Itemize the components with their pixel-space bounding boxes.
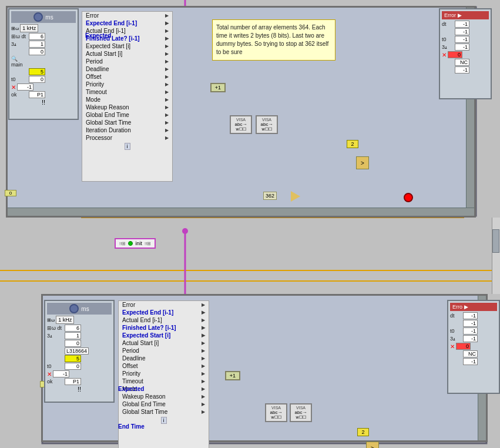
top-menu-item[interactable]: Expected Start [i]▶ [82, 42, 172, 50]
bottom-menu-item[interactable]: Expected End [i-1]▶ [119, 309, 209, 316]
bottom-menu-item[interactable]: Expected Start [i]▶ [119, 332, 209, 339]
bottom-menu-item[interactable]: Priority▶ [119, 370, 209, 377]
timer-icon-bottom [69, 304, 79, 313]
top-menu-item[interactable]: Actual Start [i]▶ [82, 50, 172, 58]
top-menu-item[interactable]: Processor▶ [82, 134, 172, 142]
stop-button-top[interactable] [404, 193, 413, 202]
bottom-error-panel: Erro ▶ dt-1 -1 t0-1 3₄-1 ✕0 NC -1 [447, 300, 500, 394]
init-dot [128, 241, 133, 246]
top-menu-item[interactable]: Deadline▶ [82, 65, 172, 73]
loop-scroll-bottom-top[interactable] [8, 208, 474, 216]
bottom-timer-title: ms [47, 303, 112, 315]
zero-left-top: 0 [5, 190, 16, 196]
top-timer-panel: ms ⊞ω 1 kHz ⊞ω dt6 3₄1 0 🔍 main 5 t00 ✕-… [8, 8, 79, 120]
top-menu-item[interactable]: Error▶ [82, 12, 172, 19]
timer-icon-top [33, 12, 43, 22]
top-error-panel: Error ▶ dt-1 -1 t0-1 3₄-1 ✕0 NC -1 [439, 8, 492, 99]
bottom-menu-item[interactable]: Deadline▶ [119, 355, 209, 362]
addend-node-bottom[interactable]: +1 [225, 371, 240, 380]
top-timer-title: ms [11, 11, 76, 23]
visa-node-bottom-1[interactable]: VISA abc→ w☐☐ [265, 403, 287, 422]
num-block-2-bottom: 2 [357, 428, 369, 436]
addend-node-top[interactable]: +1 [210, 83, 226, 92]
top-menu-item[interactable]: Period▶ [82, 58, 172, 65]
expected-label-bottom: Expected [118, 386, 144, 392]
top-menu-index: i [125, 143, 130, 150]
bottom-menu-index: i [161, 417, 167, 424]
init-node[interactable]: !!⊞ init !!⊞ [115, 238, 156, 249]
top-menu-item[interactable]: Global Start Time▶ [82, 119, 172, 126]
num-block-2-top: 2 [347, 140, 358, 148]
bottom-menu-item[interactable]: Period▶ [119, 347, 209, 355]
expected-label-top: Expected [85, 32, 111, 39]
end-time-label: End Time [118, 423, 145, 430]
top-menu-item[interactable]: Wakeup Reason▶ [82, 103, 172, 111]
scroll-thumb[interactable] [492, 229, 499, 253]
visa-node-top-1[interactable]: VISA abc→ w☐☐ [230, 115, 252, 134]
timer-freq-row-top: ⊞ω 1 kHz [11, 24, 76, 32]
right-scroll-mid[interactable] [492, 218, 500, 294]
bottom-error-title: Erro ▶ [450, 303, 497, 311]
bottom-menu-item[interactable]: Timeout▶ [119, 377, 209, 385]
arrow-node-top [291, 191, 300, 202]
bottom-menu-item[interactable]: Offset▶ [119, 362, 209, 370]
bottom-menu-list: Error▶Expected End [i-1]▶Actual End [i-1… [119, 301, 209, 416]
top-menu-item[interactable]: Mode▶ [82, 96, 172, 103]
top-menu-item[interactable]: Timeout▶ [82, 88, 172, 96]
comparator-node-top[interactable]: > [356, 156, 369, 169]
bottom-menu-item[interactable]: Error▶ [119, 301, 209, 309]
bottom-menu-item[interactable]: Finished Late? [i-1]▶ [119, 324, 209, 332]
init-label: init [135, 240, 142, 246]
bottom-menu-item[interactable]: Global Start Time▶ [119, 408, 209, 416]
top-menu-item[interactable]: Priority▶ [82, 81, 172, 88]
top-menu-item[interactable]: Iteration Duration▶ [82, 126, 172, 134]
top-menu-item[interactable]: Expected End [i-1]▶ [82, 19, 172, 27]
bottom-timer-panel: ms ⊞ω 1 kHz ⊞ω dt6 3₄1 0 L318664 5 t00 ✕… [44, 300, 115, 403]
tooltip-text: Total number of array elements 364. Each… [216, 24, 328, 55]
top-error-title: Error ▶ [442, 11, 489, 19]
bottom-menu-item[interactable]: Wakeup Reason▶ [119, 393, 209, 400]
visa-node-bottom-2[interactable]: VISA abc→ w☐☐ [290, 403, 312, 422]
visa-node-top-2[interactable]: VISA abc→ w☐☐ [256, 115, 278, 134]
tooltip-box: Total number of array elements 364. Each… [212, 19, 335, 61]
bottom-menu-item[interactable]: Actual Start [i]▶ [119, 339, 209, 347]
top-menu-list: Error▶Expected End [i-1]▶Actual End [i-1… [82, 12, 172, 142]
bottom-menu-item[interactable]: Actual End [i-1]▶ [119, 316, 209, 324]
comparator-node-bottom[interactable]: > [366, 442, 379, 448]
top-menu-item[interactable]: Offset▶ [82, 73, 172, 81]
num-362-block: 362 [263, 192, 277, 200]
top-menu-item[interactable]: Global End Time▶ [82, 111, 172, 119]
bottom-menu-item[interactable]: Global End Time▶ [119, 400, 209, 408]
